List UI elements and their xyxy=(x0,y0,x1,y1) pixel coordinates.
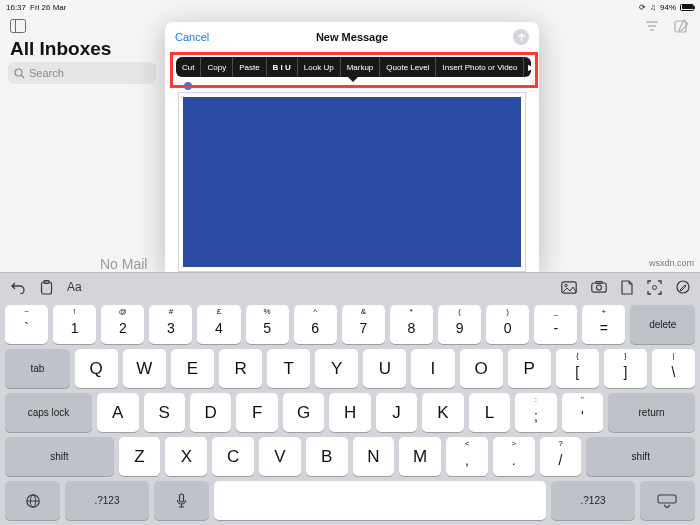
edit-menu-more[interactable]: ▶ xyxy=(524,57,538,77)
edit-menu-markup[interactable]: Markup xyxy=(341,57,381,77)
key-k[interactable]: K xyxy=(422,393,463,432)
send-button[interactable] xyxy=(513,29,529,45)
watermark: wsxdn.com xyxy=(649,258,694,268)
edit-menu-biu[interactable]: B I U xyxy=(267,57,298,77)
markup-pen-icon[interactable] xyxy=(676,280,690,294)
key-backtick[interactable]: ~` xyxy=(5,305,48,344)
key-period[interactable]: >. xyxy=(493,437,535,476)
key-o[interactable]: O xyxy=(460,349,503,388)
cancel-button[interactable]: Cancel xyxy=(175,31,209,43)
key-comma[interactable]: <, xyxy=(446,437,488,476)
key-shift-right[interactable]: shift xyxy=(586,437,695,476)
keyboard-toolbar: Aa xyxy=(0,273,700,301)
key-w[interactable]: W xyxy=(123,349,166,388)
key-2[interactable]: @2 xyxy=(101,305,144,344)
key-f[interactable]: F xyxy=(236,393,277,432)
text-cursor-handle[interactable] xyxy=(184,82,192,90)
key-b[interactable]: B xyxy=(306,437,348,476)
compose-icon[interactable] xyxy=(674,18,690,34)
photo-icon[interactable] xyxy=(561,281,577,294)
key-x[interactable]: X xyxy=(165,437,207,476)
edit-menu-paste[interactable]: Paste xyxy=(233,57,266,77)
key-h[interactable]: H xyxy=(329,393,370,432)
key-z[interactable]: Z xyxy=(119,437,161,476)
key-dismiss-keyboard[interactable] xyxy=(640,481,695,520)
key-space[interactable] xyxy=(214,481,547,520)
key-u[interactable]: U xyxy=(363,349,406,388)
page-title: All Inboxes xyxy=(10,38,111,60)
screen: 16:37 Fri 26 Mar ⟳ ♫ 94% All Inboxes S xyxy=(0,0,700,525)
key-num-right[interactable]: .?123 xyxy=(551,481,634,520)
key-g[interactable]: G xyxy=(283,393,324,432)
key-return[interactable]: return xyxy=(608,393,695,432)
edit-menu-quote-level[interactable]: Quote Level xyxy=(380,57,436,77)
key-8[interactable]: *8 xyxy=(390,305,433,344)
edit-menu-copy[interactable]: Copy xyxy=(201,57,233,77)
camera-icon[interactable] xyxy=(591,281,607,293)
key-9[interactable]: (9 xyxy=(438,305,481,344)
key-r[interactable]: R xyxy=(219,349,262,388)
key-s[interactable]: S xyxy=(144,393,185,432)
edit-menu: Cut Copy Paste B I U Look Up Markup Quot… xyxy=(176,57,531,77)
key-e[interactable]: E xyxy=(171,349,214,388)
clipboard-icon[interactable] xyxy=(40,280,53,295)
key-1[interactable]: !1 xyxy=(53,305,96,344)
key-globe[interactable] xyxy=(5,481,60,520)
edit-menu-insert-photo[interactable]: Insert Photo or Video xyxy=(436,57,524,77)
key-equals[interactable]: += xyxy=(582,305,625,344)
key-0[interactable]: )0 xyxy=(486,305,529,344)
key-l[interactable]: L xyxy=(469,393,510,432)
search-input[interactable]: Search xyxy=(8,62,156,84)
key-v[interactable]: V xyxy=(259,437,301,476)
undo-icon[interactable] xyxy=(10,280,26,294)
kb-row-3: caps lock A S D F G H J K L :; "' return xyxy=(5,393,695,432)
key-3[interactable]: #3 xyxy=(149,305,192,344)
compose-title: New Message xyxy=(316,31,388,43)
status-time: 16:37 xyxy=(6,3,26,12)
scan-icon[interactable] xyxy=(647,280,662,295)
orientation-lock-icon: ⟳ xyxy=(639,3,646,12)
key-m[interactable]: M xyxy=(399,437,441,476)
edit-menu-cut[interactable]: Cut xyxy=(176,57,201,77)
key-bracket-right[interactable]: }] xyxy=(604,349,647,388)
key-4[interactable]: £4 xyxy=(197,305,240,344)
key-tab[interactable]: tab xyxy=(5,349,70,388)
key-mic[interactable] xyxy=(154,481,209,520)
svg-rect-0 xyxy=(11,20,26,33)
key-n[interactable]: N xyxy=(353,437,395,476)
key-semicolon[interactable]: :; xyxy=(515,393,556,432)
key-num-left[interactable]: .?123 xyxy=(65,481,148,520)
key-5[interactable]: %5 xyxy=(246,305,289,344)
keyboard-rows: ~` !1 @2 #3 £4 %5 ^6 &7 *8 (9 )0 _- += d… xyxy=(0,301,700,525)
svg-point-15 xyxy=(653,285,657,289)
key-bracket-left[interactable]: {[ xyxy=(556,349,599,388)
key-y[interactable]: Y xyxy=(315,349,358,388)
edit-menu-tail xyxy=(348,77,358,82)
sidebar-toggle-icon[interactable] xyxy=(10,18,26,34)
key-p[interactable]: P xyxy=(508,349,551,388)
empty-state: No Mail xyxy=(100,256,147,272)
key-shift-left[interactable]: shift xyxy=(5,437,114,476)
key-t[interactable]: T xyxy=(267,349,310,388)
key-quote[interactable]: "' xyxy=(562,393,603,432)
key-7[interactable]: &7 xyxy=(342,305,385,344)
key-q[interactable]: Q xyxy=(75,349,118,388)
edit-menu-lookup[interactable]: Look Up xyxy=(298,57,341,77)
document-icon[interactable] xyxy=(621,280,633,295)
key-capslock[interactable]: caps lock xyxy=(5,393,92,432)
key-delete[interactable]: delete xyxy=(630,305,695,344)
key-minus[interactable]: _- xyxy=(534,305,577,344)
svg-point-13 xyxy=(597,285,602,290)
attached-image[interactable] xyxy=(183,97,521,267)
key-c[interactable]: C xyxy=(212,437,254,476)
text-format-button[interactable]: Aa xyxy=(67,280,82,294)
key-slash[interactable]: ?/ xyxy=(540,437,582,476)
key-backslash[interactable]: |\ xyxy=(652,349,695,388)
svg-point-11 xyxy=(565,284,568,287)
key-d[interactable]: D xyxy=(190,393,231,432)
key-i[interactable]: I xyxy=(411,349,454,388)
key-6[interactable]: ^6 xyxy=(294,305,337,344)
key-j[interactable]: J xyxy=(376,393,417,432)
filter-icon[interactable] xyxy=(644,18,660,34)
key-a[interactable]: A xyxy=(97,393,138,432)
